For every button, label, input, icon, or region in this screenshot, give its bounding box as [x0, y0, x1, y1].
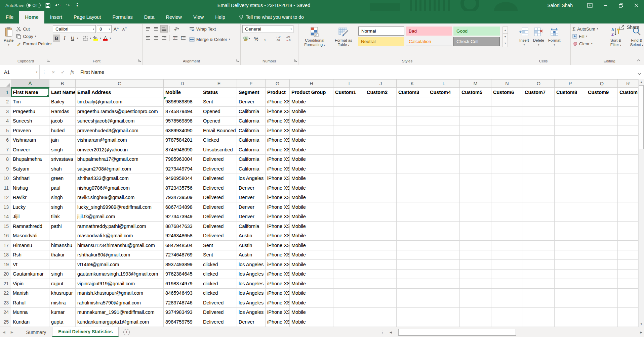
cell-R4[interactable] [618, 116, 639, 126]
decrease-decimal-button[interactable]: .00→.0 [284, 35, 292, 42]
cell-K4[interactable] [397, 116, 428, 126]
hscroll-right-icon[interactable]: ▶ [638, 331, 644, 334]
align-bottom-button[interactable] [160, 25, 168, 33]
cell-N16[interactable] [491, 231, 523, 241]
cell-R11[interactable] [618, 183, 639, 193]
cell-O2[interactable] [523, 97, 555, 107]
cell-K11[interactable] [397, 183, 428, 193]
cell-C20[interactable]: gautamkumarsingh.1993@gmail.com [76, 269, 164, 279]
cell-C21[interactable]: vipinrajput919@gmail.com [76, 279, 164, 289]
cell-Q20[interactable] [586, 269, 618, 279]
cell-F25[interactable]: Denver [237, 317, 266, 327]
cell-D14[interactable]: 9273473949 [164, 212, 201, 222]
cell-G10[interactable]: iPhone XS [266, 174, 290, 183]
cell-B25[interactable]: gupta [49, 317, 76, 327]
cell-F23[interactable]: los Angeles [237, 298, 266, 308]
cell-G1[interactable]: Product [266, 88, 290, 97]
row-header-3[interactable]: 3 [0, 107, 11, 116]
cell-B23[interactable]: mishra [49, 298, 76, 308]
cell-P5[interactable] [555, 126, 586, 136]
cell-R12[interactable] [618, 193, 639, 202]
cell-N12[interactable] [491, 193, 523, 202]
cell-D18[interactable]: 7274648769 [164, 250, 201, 260]
cell-F11[interactable]: Denver [237, 183, 266, 193]
cell-G9[interactable]: iPhone XS [266, 164, 290, 174]
cell-C22[interactable]: manish.khusrupur@gmail.com [76, 288, 164, 298]
cell-N19[interactable] [491, 260, 523, 270]
row-header-15[interactable]: 15 [0, 222, 11, 231]
cell-J6[interactable] [365, 135, 397, 145]
cell-P21[interactable] [555, 279, 586, 289]
cell-Q7[interactable] [586, 145, 618, 155]
cell-N9[interactable] [491, 164, 523, 174]
cell-H9[interactable]: Mobile [290, 164, 333, 174]
cell-H4[interactable]: Mobile [290, 116, 333, 126]
autosave-toggle[interactable]: AutoSave Off [5, 3, 41, 8]
cell-L10[interactable] [428, 174, 460, 183]
cell-J24[interactable] [365, 307, 397, 317]
cell-I25[interactable] [333, 317, 365, 327]
cell-A19[interactable]: Vt [11, 260, 49, 270]
cell-E18[interactable]: Sent [201, 250, 237, 260]
column-header-C[interactable]: C [76, 80, 164, 88]
column-header-N[interactable]: N [491, 80, 523, 88]
insert-function-button[interactable]: fx [68, 65, 77, 79]
cell-L17[interactable] [428, 241, 460, 250]
cell-A4[interactable]: Suneesh [11, 116, 49, 126]
cell-D2[interactable]: 9898989898 [164, 97, 201, 107]
cell-J21[interactable] [365, 279, 397, 289]
cell-K24[interactable] [397, 307, 428, 317]
styles-scroll-up-icon[interactable]: ▲ [503, 27, 508, 34]
cell-I23[interactable] [333, 298, 365, 308]
cell-K2[interactable] [397, 97, 428, 107]
cell-Q25[interactable] [586, 317, 618, 327]
ribbon-tab-insert[interactable]: Insert [44, 11, 68, 23]
cell-style-bad[interactable]: Bad [406, 27, 452, 36]
cell-P23[interactable] [555, 298, 586, 308]
increase-indent-button[interactable] [179, 34, 187, 42]
cell-B14[interactable]: tilak [49, 212, 76, 222]
cell-N22[interactable] [491, 288, 523, 298]
cell-B15[interactable]: pathi [49, 222, 76, 231]
orientation-button[interactable]: ab▾ [171, 25, 182, 33]
cell-O13[interactable] [523, 202, 555, 212]
cell-G7[interactable]: iPhone XS [266, 145, 290, 155]
cell-M25[interactable] [460, 317, 491, 327]
cell-C19[interactable]: vt1469@gmail.com [76, 260, 164, 270]
cell-R20[interactable] [618, 269, 639, 279]
cell-M12[interactable] [460, 193, 491, 202]
cell-E6[interactable]: Clicked [201, 135, 237, 145]
insert-cells-button[interactable]: Insert ▾ [518, 25, 530, 47]
cell-I14[interactable] [333, 212, 365, 222]
cell-G11[interactable]: iPhone XS [266, 183, 290, 193]
cell-N14[interactable] [491, 212, 523, 222]
sheet-tab-email-delivery-statistics[interactable]: Email Delivery Statistics [52, 327, 119, 337]
cell-I21[interactable] [333, 279, 365, 289]
cell-R8[interactable] [618, 154, 639, 164]
cell-R14[interactable] [618, 212, 639, 222]
cell-B18[interactable]: thakur [49, 250, 76, 260]
cell-M1[interactable]: Custom5 [460, 88, 491, 97]
column-header-F[interactable]: F [237, 80, 266, 88]
column-header-P[interactable]: P [555, 80, 586, 88]
cell-B3[interactable]: Ramdas [49, 107, 76, 116]
cell-K16[interactable] [397, 231, 428, 241]
cell-I6[interactable] [333, 135, 365, 145]
cell-L3[interactable] [428, 107, 460, 116]
cell-D25[interactable]: 8984759759 [164, 317, 201, 327]
cell-N3[interactable] [491, 107, 523, 116]
cell-H17[interactable]: Mobile [290, 241, 333, 250]
cell-C1[interactable]: Email Address [76, 88, 164, 97]
cell-K7[interactable] [397, 145, 428, 155]
cell-R22[interactable] [618, 288, 639, 298]
cell-M21[interactable] [460, 279, 491, 289]
enter-button[interactable]: ✓ [58, 65, 68, 79]
cell-E2[interactable]: Sent [201, 97, 237, 107]
row-header-4[interactable]: 4 [0, 116, 11, 126]
cell-I13[interactable] [333, 202, 365, 212]
share-button[interactable]: Share [619, 25, 639, 30]
cell-D20[interactable]: 9762384645 [164, 269, 201, 279]
name-box[interactable]: A1 ▾ [0, 65, 40, 79]
cell-E22[interactable]: clicked [201, 288, 237, 298]
cell-I22[interactable] [333, 288, 365, 298]
